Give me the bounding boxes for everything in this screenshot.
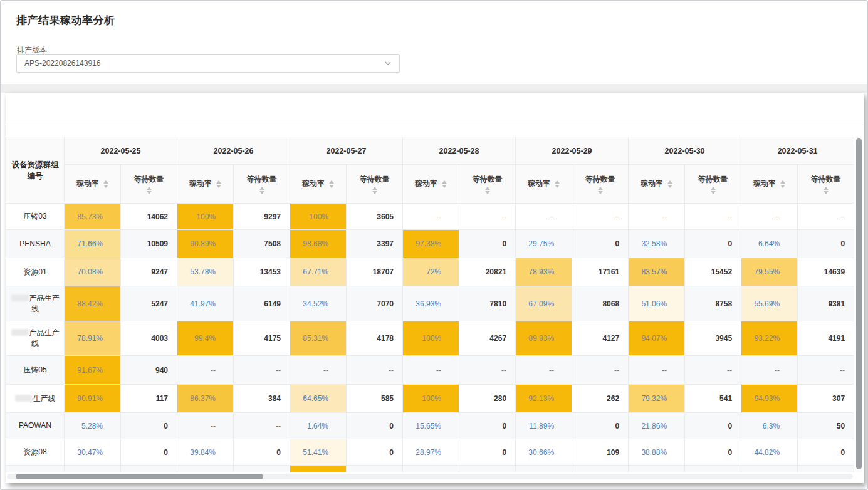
caret-down-icon bbox=[442, 185, 447, 188]
waiting-qty-cell: 117 bbox=[121, 385, 177, 413]
waiting-qty-cell: 0 bbox=[347, 439, 403, 466]
sort-button[interactable] bbox=[555, 180, 560, 188]
sort-button[interactable] bbox=[259, 187, 264, 194]
version-select[interactable]: APS-20220826143916 bbox=[16, 54, 400, 73]
utilization-cell: 53.78% bbox=[177, 258, 234, 286]
sort-button[interactable] bbox=[372, 187, 377, 194]
utilization-cell: -- bbox=[290, 356, 347, 385]
waiting-qty-cell: -- bbox=[798, 356, 854, 385]
utilization-cell: -- bbox=[741, 356, 798, 385]
vertical-scrollbar-thumb[interactable] bbox=[856, 138, 862, 469]
utilization-cell: 34.52% bbox=[290, 286, 347, 321]
resource-group-cell: PAOWAN bbox=[6, 413, 65, 439]
utilization-cell: 97.38% bbox=[403, 230, 459, 258]
waiting-qty-cell: -- bbox=[798, 204, 854, 230]
utilization-cell: 15.65% bbox=[403, 413, 459, 439]
utilization-cell: 55.69% bbox=[741, 286, 798, 321]
waiting-qty-cell: 262 bbox=[572, 385, 629, 413]
sort-button[interactable] bbox=[103, 180, 108, 188]
waiting-qty-cell: 4003 bbox=[121, 321, 177, 356]
resource-group-cell: 资源01 bbox=[6, 258, 65, 286]
utilization-cell: 38.88% bbox=[629, 439, 685, 466]
resource-group-cell bbox=[6, 466, 65, 473]
utilization-cell: 21.86% bbox=[629, 413, 685, 439]
page-background-gap bbox=[1, 84, 867, 93]
utilization-cell: 93.22% bbox=[741, 321, 798, 356]
column-header-waiting-qty: 等待数量 bbox=[347, 165, 403, 204]
waiting-qty-cell: 0 bbox=[572, 230, 629, 258]
waiting-qty-cell bbox=[121, 466, 177, 473]
header-card: 排产结果稼动率分析 排产版本 APS-20220826143916 bbox=[6, 4, 862, 83]
waiting-qty-cell: 0 bbox=[121, 413, 177, 439]
waiting-qty-cell: 0 bbox=[572, 413, 629, 439]
table-row: 资源0170.08%924753.78%1345367.71%1870772%2… bbox=[6, 258, 854, 286]
column-header-waiting-qty: 等待数量 bbox=[459, 165, 516, 204]
waiting-qty-cell: 8758 bbox=[685, 286, 741, 321]
waiting-qty-cell: 9297 bbox=[234, 204, 290, 230]
caret-down-icon bbox=[372, 191, 377, 194]
waiting-qty-cell: 280 bbox=[459, 385, 516, 413]
caret-down-icon bbox=[485, 191, 490, 194]
utilization-cell: 41.97% bbox=[177, 286, 234, 321]
table-scroll-area[interactable]: 设备资源群组编号2022-05-252022-05-262022-05-2720… bbox=[6, 137, 854, 472]
resource-group-cell: PENSHA bbox=[6, 230, 65, 258]
caret-down-icon bbox=[555, 185, 560, 188]
waiting-qty-cell: 0 bbox=[459, 413, 516, 439]
column-header-waiting-qty: 等待数量 bbox=[798, 165, 854, 204]
sort-button[interactable] bbox=[824, 187, 829, 194]
waiting-qty-cell: 0 bbox=[121, 439, 177, 466]
sort-button[interactable] bbox=[216, 180, 221, 188]
waiting-qty-cell: 50 bbox=[798, 413, 854, 439]
utilization-table: 设备资源群组编号2022-05-252022-05-262022-05-2720… bbox=[6, 137, 854, 472]
waiting-qty-cell: -- bbox=[572, 204, 629, 230]
sort-button[interactable] bbox=[711, 187, 716, 194]
waiting-qty-cell: -- bbox=[234, 413, 290, 439]
vertical-scrollbar[interactable] bbox=[856, 137, 862, 472]
caret-up-icon bbox=[711, 187, 716, 190]
caret-up-icon bbox=[485, 187, 490, 190]
caret-up-icon bbox=[442, 180, 447, 184]
sort-button[interactable] bbox=[667, 180, 672, 188]
utilization-cell: 99.4% bbox=[177, 321, 234, 356]
waiting-qty-cell: 13453 bbox=[234, 258, 290, 286]
sort-button[interactable] bbox=[147, 187, 152, 194]
waiting-qty-cell: 541 bbox=[685, 385, 741, 413]
waiting-qty-cell: 20821 bbox=[459, 258, 516, 286]
utilization-cell: -- bbox=[403, 356, 459, 385]
utilization-cell: 90.89% bbox=[177, 230, 234, 258]
waiting-qty-cell bbox=[234, 466, 290, 473]
column-header-date: 2022-05-25 bbox=[65, 137, 177, 165]
sort-button[interactable] bbox=[329, 180, 334, 188]
version-select-value: APS-20220826143916 bbox=[24, 59, 384, 68]
waiting-qty-cell: 940 bbox=[121, 356, 177, 385]
waiting-qty-cell: -- bbox=[459, 204, 516, 230]
horizontal-scrollbar[interactable] bbox=[7, 474, 853, 479]
sort-button[interactable] bbox=[780, 180, 785, 188]
column-header-waiting-qty: 等待数量 bbox=[234, 165, 290, 204]
waiting-qty-cell: 3397 bbox=[347, 230, 403, 258]
sort-button[interactable] bbox=[442, 180, 447, 188]
waiting-qty-cell: 4175 bbox=[234, 321, 290, 356]
waiting-qty-cell: -- bbox=[572, 356, 629, 385]
utilization-cell: 91.67% bbox=[65, 356, 121, 385]
utilization-cell: 89.93% bbox=[516, 321, 572, 356]
waiting-qty-cell: -- bbox=[685, 356, 741, 385]
waiting-qty-cell: 585 bbox=[347, 385, 403, 413]
utilization-cell: -- bbox=[629, 356, 685, 385]
sort-button[interactable] bbox=[598, 187, 603, 194]
utilization-cell: 44.82% bbox=[741, 439, 798, 466]
utilization-cell: 67.71% bbox=[290, 258, 347, 286]
toolbar-space bbox=[6, 93, 864, 125]
utilization-cell bbox=[65, 466, 121, 473]
horizontal-scrollbar-thumb[interactable] bbox=[16, 474, 263, 479]
waiting-qty-cell: 10509 bbox=[121, 230, 177, 258]
column-header-date: 2022-05-27 bbox=[290, 137, 403, 165]
waiting-qty-cell: 384 bbox=[234, 385, 290, 413]
table-card: 设备资源群组编号2022-05-252022-05-262022-05-2720… bbox=[6, 93, 864, 483]
waiting-qty-cell bbox=[798, 466, 854, 473]
utilization-cell: 6.64% bbox=[741, 230, 798, 258]
utilization-cell: 98.68% bbox=[290, 230, 347, 258]
caret-down-icon bbox=[103, 185, 108, 188]
utilization-cell bbox=[177, 466, 234, 473]
sort-button[interactable] bbox=[485, 187, 490, 194]
